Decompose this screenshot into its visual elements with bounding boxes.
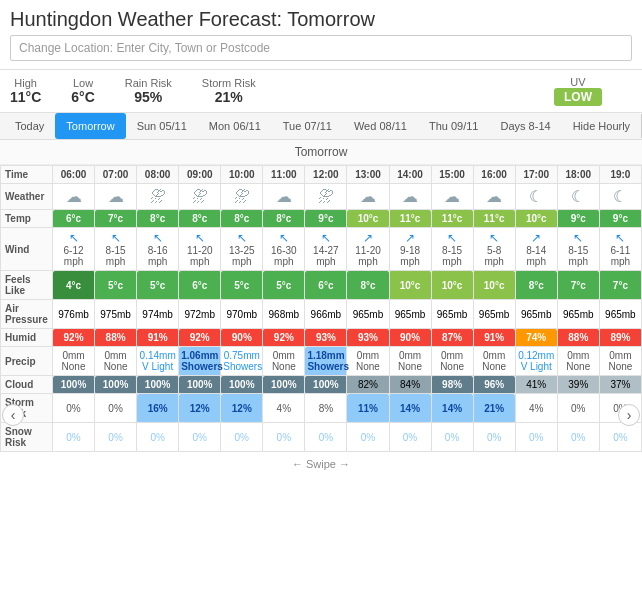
humid-cell-7: 93% [347,329,389,347]
air-row: Air Pressure976mb975mb974mb972mb970mb968… [1,300,642,329]
air-cell-12: 965mb [557,300,599,329]
air-cell-1: 975mb [95,300,137,329]
precip-row: Precip0mmNone0mmNone0.14mmV Light1.06mmS… [1,347,642,376]
row-label-precip: Precip [1,347,53,376]
feels-cell-13: 7°c [599,271,641,300]
temp-cell-11: 10°c [515,210,557,228]
air-cell-9: 965mb [431,300,473,329]
weather-cell-11: ☾ [515,184,557,210]
tab-today[interactable]: Today [4,113,55,139]
snow-cell-8: 0% [389,423,431,452]
wind-cell-2: ↖8-16mph [137,228,179,271]
tab-tomorrow[interactable]: Tomorrow [55,113,125,139]
tab-wed[interactable]: Wed 08/11 [343,113,418,139]
precip-cell-6: 1.18mmShowers [305,347,347,376]
humid-cell-2: 91% [137,329,179,347]
weather-cell-6: ⛈ [305,184,347,210]
snow-cell-7: 0% [347,423,389,452]
storm-cell-7: 11% [347,394,389,423]
tab-mon[interactable]: Mon 06/11 [198,113,272,139]
temp-cell-4: 8°c [221,210,263,228]
time-cell-13: 19:0 [599,166,641,184]
weather-cell-3: ⛈ [179,184,221,210]
wind-cell-0: ↖6-12mph [53,228,95,271]
precip-cell-7: 0mmNone [347,347,389,376]
weather-cell-13: ☾ [599,184,641,210]
snow-cell-9: 0% [431,423,473,452]
storm-cell-10: 21% [473,394,515,423]
humid-cell-4: 90% [221,329,263,347]
nav-tabs: Today Tomorrow Sun 05/11 Mon 06/11 Tue 0… [0,113,642,140]
air-cell-7: 965mb [347,300,389,329]
wind-cell-13: ↖6-11mph [599,228,641,271]
temp-cell-13: 9°c [599,210,641,228]
row-label-humid: Humid [1,329,53,347]
tab-sun[interactable]: Sun 05/11 [126,113,198,139]
page-title: Huntingdon Weather Forecast: Tomorrow [0,0,642,35]
weather-cell-2: ⛈ [137,184,179,210]
temp-cell-10: 11°c [473,210,515,228]
weather-row: Weather☁☁⛈⛈⛈☁⛈☁☁☁☁☾☾☾ [1,184,642,210]
precip-cell-11: 0.12mmV Light [515,347,557,376]
summary-storm: Storm Risk 21% [202,77,256,105]
humid-row: Humid92%88%91%92%90%92%93%93%90%87%91%74… [1,329,642,347]
precip-cell-0: 0mmNone [53,347,95,376]
scroll-right-arrow[interactable]: › [618,404,640,426]
time-cell-8: 14:00 [389,166,431,184]
cloud-cell-10: 96% [473,376,515,394]
forecast-table: Time06:0007:0008:0009:0010:0011:0012:001… [0,165,642,452]
precip-cell-12: 0mmNone [557,347,599,376]
air-cell-5: 968mb [263,300,305,329]
temp-cell-12: 9°c [557,210,599,228]
humid-cell-11: 74% [515,329,557,347]
time-cell-1: 07:00 [95,166,137,184]
feels-cell-10: 10°c [473,271,515,300]
feels-cell-8: 10°c [389,271,431,300]
tab-tue[interactable]: Tue 07/11 [272,113,343,139]
feels-cell-9: 10°c [431,271,473,300]
precip-cell-9: 0mmNone [431,347,473,376]
wind-cell-9: ↖8-15mph [431,228,473,271]
temp-row: Temp6°c7°c8°c8°c8°c8°c9°c10°c11°c11°c11°… [1,210,642,228]
time-row: Time06:0007:0008:0009:0010:0011:0012:001… [1,166,642,184]
tab-days[interactable]: Days 8-14 [490,113,562,139]
snow-cell-10: 0% [473,423,515,452]
humid-cell-13: 89% [599,329,641,347]
summary-bar: High 11°C Low 6°C Rain Risk 95% Storm Ri… [0,69,642,113]
storm-cell-12: 0% [557,394,599,423]
weather-cell-5: ☁ [263,184,305,210]
cloud-cell-0: 100% [53,376,95,394]
cloud-cell-8: 84% [389,376,431,394]
row-label-weather: Weather [1,184,53,210]
time-cell-9: 15:00 [431,166,473,184]
row-label-wind: Wind [1,228,53,271]
row-label-snow: Snow Risk [1,423,53,452]
time-cell-7: 13:00 [347,166,389,184]
humid-cell-9: 87% [431,329,473,347]
wind-cell-1: ↖8-15mph [95,228,137,271]
cloud-cell-3: 100% [179,376,221,394]
wind-cell-4: ↖13-25mph [221,228,263,271]
location-bar[interactable]: Change Location: Enter City, Town or Pos… [10,35,632,61]
row-label-feels: Feels Like [1,271,53,300]
cloud-cell-11: 41% [515,376,557,394]
weather-cell-0: ☁ [53,184,95,210]
snow-cell-12: 0% [557,423,599,452]
tab-hourly[interactable]: Hide Hourly [562,113,641,139]
row-label-temp: Temp [1,210,53,228]
wind-cell-3: ↖11-20mph [179,228,221,271]
humid-cell-0: 92% [53,329,95,347]
temp-cell-0: 6°c [53,210,95,228]
wind-cell-11: ↗8-14mph [515,228,557,271]
weather-cell-8: ☁ [389,184,431,210]
row-label-cloud: Cloud [1,376,53,394]
wind-cell-10: ↖5-8mph [473,228,515,271]
feels-row: Feels Like4°c5°c5°c6°c5°c5°c6°c8°c10°c10… [1,271,642,300]
temp-cell-6: 9°c [305,210,347,228]
feels-cell-4: 5°c [221,271,263,300]
storm-cell-4: 12% [221,394,263,423]
tab-thu[interactable]: Thu 09/11 [418,113,490,139]
cloud-cell-2: 100% [137,376,179,394]
scroll-left-arrow[interactable]: ‹ [2,404,24,426]
precip-cell-8: 0mmNone [389,347,431,376]
